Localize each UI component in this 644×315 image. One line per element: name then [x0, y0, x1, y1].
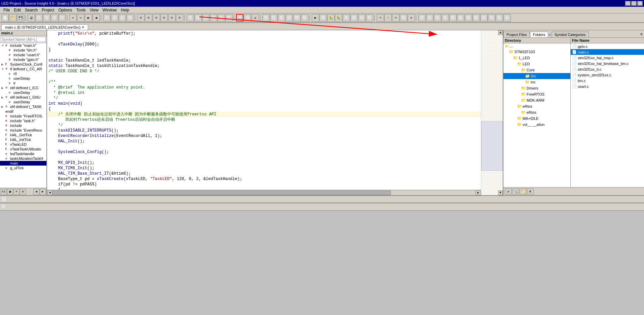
toolbar-b40[interactable]: ⬜: [350, 14, 358, 22]
symbol-tree-item[interactable]: vledTaskHandle: [0, 151, 46, 156]
symbol-tree-item[interactable]: vtaskUtilizationTaskH: [0, 156, 46, 161]
toolbar-b54[interactable]: ⬜: [465, 14, 472, 22]
tab-symbol-categories[interactable]: Symbol Categories: [552, 32, 589, 37]
menu-tools[interactable]: Tools: [74, 7, 88, 13]
toolbar-b49[interactable]: ⬜: [426, 14, 433, 22]
symbol-tree-item[interactable]: vr0: [0, 71, 46, 76]
toolbar-b39[interactable]: ⬜: [343, 14, 350, 22]
files-list[interactable]: 📄gpio.c📄main.c📄stm32f1xx_hal_msp.c📄stm32…: [571, 43, 644, 187]
toolbar-book-highlighted[interactable]: 📖: [236, 14, 243, 22]
toolbar-b53[interactable]: ⬜: [457, 14, 464, 22]
toolbar-b20[interactable]: ⬜: [187, 14, 194, 22]
toolbar-b50[interactable]: ⬜: [434, 14, 441, 22]
tab-close-icon[interactable]: ✕: [82, 26, 84, 29]
toolbar-b52[interactable]: ⬜: [449, 14, 457, 22]
file-list-item[interactable]: 📄stm32f1xx_hal_timebase_tim.c: [571, 61, 644, 66]
symbol-tree-item[interactable]: vlr: [0, 81, 46, 85]
close-button[interactable]: ✕: [637, 1, 643, 6]
sym-list-btn[interactable]: ≡: [13, 189, 20, 195]
toolbar-b15[interactable]: ≡: [145, 14, 152, 22]
toolbar-b17[interactable]: ≡: [160, 14, 168, 22]
symbol-tree-item[interactable]: #include: [0, 123, 46, 128]
toolbar-b13[interactable]: ⬜: [126, 14, 134, 22]
file-list-item[interactable]: 📄main.c: [571, 49, 644, 55]
symbol-tree-item[interactable]: #include "tim.h": [0, 48, 46, 53]
menu-edit[interactable]: Edit: [12, 7, 23, 13]
toolbar-b47[interactable]: ✕: [408, 14, 415, 22]
folder-tree-item[interactable]: 📁Core: [503, 67, 570, 73]
toolbar-b8[interactable]: ▶: [85, 14, 92, 22]
hscroll-left[interactable]: ◀: [47, 190, 52, 195]
symbol-search-input[interactable]: [1, 37, 46, 42]
tab-main-c[interactable]: main.c (E:\STM32F103\1_LED\LED\Core\Src)…: [1, 24, 88, 30]
toolbar-b44[interactable]: -: [384, 14, 392, 22]
rt-btn4[interactable]: ⚙: [527, 188, 534, 195]
minimap-scroll-up[interactable]: ▲: [498, 30, 503, 35]
toolbar-b51[interactable]: ⬜: [442, 14, 449, 22]
symbol-tree-item[interactable]: #include "FreeRTOS.: [0, 114, 46, 118]
tab-folders-close[interactable]: ✕: [548, 32, 551, 37]
symbol-tree-item[interactable]: fvTaskTaskUtilizatio: [0, 147, 46, 151]
menu-help[interactable]: Help: [119, 7, 131, 13]
symbol-tree-item[interactable]: vuserDelay: [0, 90, 46, 95]
folder-tree-item[interactable]: 📁1_LED: [503, 55, 570, 61]
toolbar-b9[interactable]: ◀: [92, 14, 100, 22]
toolbar-b48[interactable]: ⬜: [418, 14, 426, 22]
toolbar-b19[interactable]: ≡: [176, 14, 183, 22]
symbol-tree-item[interactable]: vuserDelay: [0, 76, 46, 81]
hscroll-right[interactable]: ▶: [476, 190, 481, 195]
toolbar-b6[interactable]: ↩: [69, 14, 77, 22]
toolbar-b3[interactable]: ⬜: [43, 14, 50, 22]
toolbar-b29[interactable]: ⬜: [262, 14, 270, 22]
folder-tree-item[interactable]: 📁Src: [503, 73, 570, 79]
toolbar-b58[interactable]: ⬜: [496, 14, 503, 22]
toolbar-b42[interactable]: ⬜: [366, 14, 373, 22]
symbol-tree-item[interactable]: ▶?elif defined (_ICC: [0, 85, 46, 90]
toolbar-b2[interactable]: ⬜: [35, 14, 43, 22]
folder-tree-item[interactable]: 📁STM32F103: [503, 49, 570, 55]
folder-tree-item[interactable]: 📁...: [503, 43, 570, 49]
toolbar-b11[interactable]: ⬜: [111, 14, 118, 22]
toolbar-b30[interactable]: ⬜: [270, 14, 277, 22]
symbol-tree-item[interactable]: vuserDelay: [0, 100, 46, 104]
toolbar-b45[interactable]: +: [392, 14, 400, 22]
toolbar-b14[interactable]: ≡: [137, 14, 145, 22]
folder-tree-item[interactable]: 📁Inc: [503, 79, 570, 85]
file-list-item[interactable]: 📄stm32f1xx_it.c: [571, 66, 644, 72]
toolbar-b43[interactable]: +: [377, 14, 384, 22]
rt-btn2[interactable]: 🔍: [512, 188, 519, 195]
symbol-tree-item[interactable]: #include "task.h": [0, 118, 46, 123]
symbol-tree-item[interactable]: ▶?elif defined (_GNU: [0, 95, 46, 100]
toolbar-b12[interactable]: ⬜: [119, 14, 126, 22]
sym-grid-btn[interactable]: ▦: [7, 189, 13, 195]
toolbar-b18[interactable]: ≡: [168, 14, 176, 22]
toolbar-b46[interactable]: ⬜: [400, 14, 407, 22]
symbol-tree-item[interactable]: #include "EventReco: [0, 128, 46, 133]
toolbar-print[interactable]: 🖨: [28, 14, 35, 22]
sym-az-btn[interactable]: Az: [1, 189, 7, 195]
file-list-item[interactable]: 📄gpio.c: [571, 43, 644, 49]
file-list-item[interactable]: 📄system_stm32f1xx.c: [571, 72, 644, 78]
toolbar-b27[interactable]: ⬜: [244, 14, 251, 22]
folder-tree-item[interactable]: 📁vol__ __ation: [503, 121, 570, 128]
hscroll-thumb[interactable]: [52, 190, 391, 195]
toolbar-b34[interactable]: ⬜: [301, 14, 308, 22]
menu-project[interactable]: Project: [40, 7, 56, 13]
symbol-tree-item[interactable]: fvTaskLED: [0, 142, 46, 147]
toolbar-b21[interactable]: ⬜: [194, 14, 202, 22]
right-panel-close[interactable]: ✕: [639, 31, 644, 37]
toolbar-b37[interactable]: 🐛: [327, 14, 335, 22]
minimap-scroll-down[interactable]: ▼: [498, 190, 503, 195]
rt-btn3[interactable]: 📁: [520, 188, 526, 195]
toolbar-b28[interactable]: ↺: [252, 14, 259, 22]
toolbar-b57[interactable]: ⬜: [488, 14, 495, 22]
symbol-tree[interactable]: ▼#include "main.h"#include "tim.h"#inclu…: [0, 43, 46, 188]
toolbar-b23[interactable]: ⬜: [210, 14, 217, 22]
toolbar-b35[interactable]: ▶: [312, 14, 319, 22]
symbol-tree-item[interactable]: endif: [0, 109, 46, 114]
tab-project-files[interactable]: Project Files: [503, 32, 530, 37]
toolbar-b22[interactable]: ⬜: [202, 14, 210, 22]
file-list-item[interactable]: 📄stm32f1xx_hal_msp.c: [571, 55, 644, 61]
toolbar-b31[interactable]: ⬜: [278, 14, 285, 22]
rt-btn1[interactable]: ↺: [505, 188, 512, 195]
